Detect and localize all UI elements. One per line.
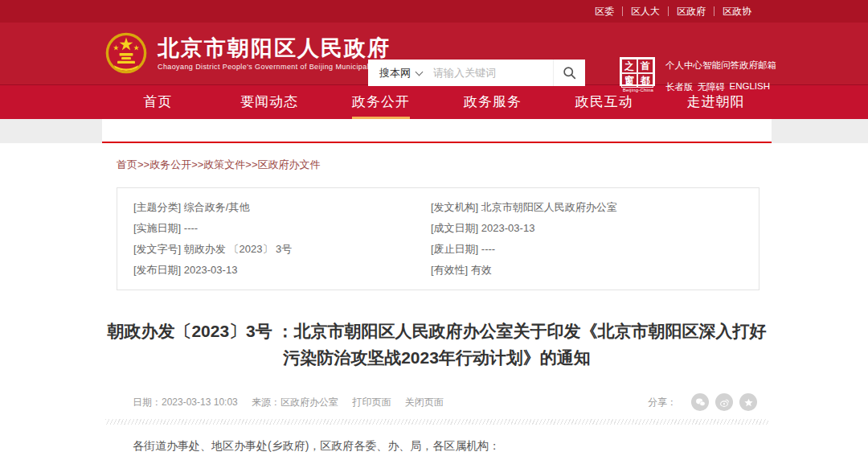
breadcrumb[interactable]: 首页>>政务公开>>政策文件>>区政府办文件 xyxy=(102,143,772,172)
meta-row: [发布日期] 2023-03-13 xyxy=(133,260,431,281)
content-column: 首页>>政务公开>>政策文件>>区政府办文件 [主题分类] 综合政务/其他 [实… xyxy=(102,143,772,454)
stamp-char: 首 xyxy=(637,59,653,73)
main-nav: 首页 要闻动态 政务公开 政务服务 政民互动 走进朝阳 xyxy=(0,84,868,119)
star-icon[interactable] xyxy=(739,393,757,411)
search-scope-label: 搜本网 xyxy=(379,66,411,80)
nav-news[interactable]: 要闻动态 xyxy=(214,85,326,119)
search-input[interactable] xyxy=(428,67,553,79)
top-utility-bar: 区委 区人大 区政府 区政协 xyxy=(0,0,868,23)
meta-row: [成文日期] 2023-03-13 xyxy=(431,218,743,239)
share-group: 分享： xyxy=(648,393,757,411)
topbar-link-quzhengfu[interactable]: 区政府 xyxy=(669,6,714,16)
site-title: 北京市朝阳区人民政府 xyxy=(158,36,391,60)
article-date: 日期：2023-03-13 10:03 xyxy=(133,396,238,408)
meta-row: [发文字号] 朝政办发 〔2023〕 3号 xyxy=(133,239,431,260)
nav-about[interactable]: 走进朝阳 xyxy=(660,85,772,119)
search-button[interactable] xyxy=(553,60,585,86)
search-bar: 搜本网 xyxy=(368,60,585,86)
link-smart-qa[interactable]: 智能问答 xyxy=(702,60,739,72)
article-meta-row: 日期：2023-03-13 10:03 来源：区政府办公室 打印页面 关闭页面 … xyxy=(102,392,772,412)
doc-meta-right: [发文机构] 北京市朝阳区人民政府办公室 [成文日期] 2023-03-13 [… xyxy=(431,197,743,281)
search-scope-dropdown[interactable]: 搜本网 xyxy=(368,66,428,80)
page-title: 朝政办发〔2023〕3号 ：北京市朝阳区人民政府办公室关于印发《北京市朝阳区深入… xyxy=(102,318,772,371)
site-title-block: 北京市朝阳区人民政府 Chaoyang District People's Go… xyxy=(158,36,391,71)
chevron-down-icon xyxy=(416,68,424,76)
stamp-char: 之 xyxy=(621,59,637,73)
doc-meta-box: [主题分类] 综合政务/其他 [实施日期] ---- [发文字号] 朝政办发 〔… xyxy=(117,187,760,290)
wechat-icon[interactable] xyxy=(691,393,709,411)
nav-gov-service[interactable]: 政务服务 xyxy=(436,85,548,119)
close-page-link[interactable]: 关闭页面 xyxy=(405,396,444,408)
article-source: 来源：区政府办公室 xyxy=(252,396,338,408)
link-personal-center[interactable]: 个人中心 xyxy=(665,60,702,72)
sub-band-column xyxy=(102,119,772,143)
article-meta-left: 日期：2023-03-13 10:03 来源：区政府办公室 打印页面 关闭页面 xyxy=(133,396,455,409)
meta-row: [主题分类] 综合政务/其他 xyxy=(133,197,431,218)
national-emblem-icon xyxy=(104,31,148,75)
meta-row: [实施日期] ---- xyxy=(133,218,431,239)
weibo-icon[interactable] xyxy=(715,393,733,411)
topbar-link-quzhengxie[interactable]: 区政协 xyxy=(714,6,760,16)
site-header: 北京市朝阳区人民政府 Chaoyang District People's Go… xyxy=(0,23,868,84)
nav-gov-info[interactable]: 政务公开 xyxy=(326,85,437,119)
hatched-divider xyxy=(105,419,768,425)
topbar-link-qurenda[interactable]: 区人大 xyxy=(623,6,669,16)
search-icon xyxy=(563,66,576,80)
meta-row: [发文机构] 北京市朝阳区人民政府办公室 xyxy=(431,197,743,218)
link-gov-mailbox[interactable]: 政府邮箱 xyxy=(739,60,776,72)
meta-row: [有效性] 有效 xyxy=(431,260,743,281)
capital-window-stamp: 之 首 窗 都 xyxy=(620,57,655,86)
share-label: 分享： xyxy=(648,396,677,409)
topbar-link-quwei[interactable]: 区委 xyxy=(587,6,623,16)
site-logo[interactable]: 北京市朝阳区人民政府 Chaoyang District People's Go… xyxy=(104,31,391,75)
nav-home[interactable]: 首页 xyxy=(102,85,214,119)
sub-band xyxy=(0,119,868,143)
meta-row: [废止日期] ---- xyxy=(431,239,743,260)
doc-meta-left: [主题分类] 综合政务/其他 [实施日期] ---- [发文字号] 朝政办发 〔… xyxy=(133,197,431,281)
print-page-link[interactable]: 打印页面 xyxy=(352,396,391,408)
nav-interaction[interactable]: 政民互动 xyxy=(548,85,660,119)
article-body-first-line: 各街道办事处、地区办事处(乡政府)，区政府各委、办、局，各区属机构： xyxy=(133,439,772,454)
site-subtitle: Chaoyang District People's Government of… xyxy=(158,63,391,71)
